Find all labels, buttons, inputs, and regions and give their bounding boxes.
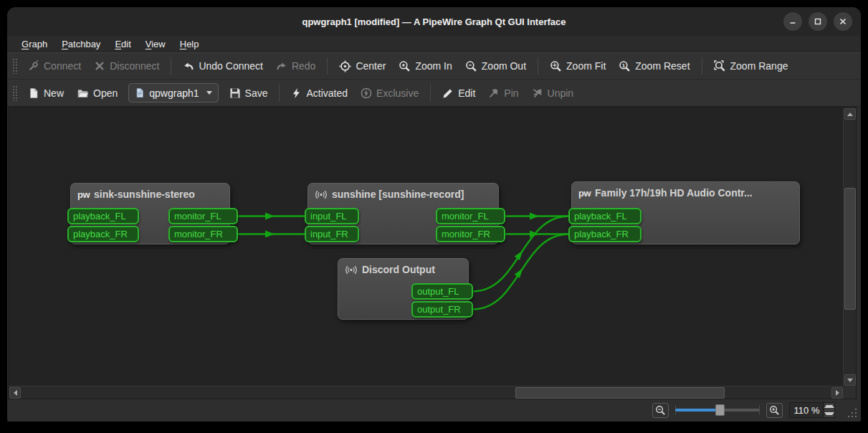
maximize-button[interactable] bbox=[809, 12, 827, 31]
toolbar-file: New Open qpwgraph1 Save Activated Exclus… bbox=[7, 80, 861, 107]
port-input-fl[interactable]: input_FL bbox=[305, 208, 359, 224]
qpwgraph-window: qpwgraph1 [modified] — A PipeWire Graph … bbox=[7, 7, 861, 422]
zoom-in-icon bbox=[769, 405, 780, 416]
port-input-fr[interactable]: input_FR bbox=[305, 226, 359, 242]
zoom-reset-label: Zoom Reset bbox=[635, 60, 690, 72]
open-button[interactable]: Open bbox=[70, 82, 124, 104]
wire-arrow-icon bbox=[515, 249, 526, 261]
menu-view[interactable]: View bbox=[138, 37, 173, 52]
zoom-fit-button[interactable]: Zoom Fit bbox=[543, 55, 612, 77]
titlebar[interactable]: qpwgraph1 [modified] — A PipeWire Graph … bbox=[7, 7, 861, 36]
port-playback-fl[interactable]: playback_FL bbox=[568, 208, 642, 224]
close-icon bbox=[839, 17, 847, 26]
zoom-reset-icon: 1 bbox=[619, 60, 631, 72]
open-label: Open bbox=[93, 87, 118, 99]
zoom-out-small-button[interactable] bbox=[652, 403, 669, 418]
port-playback-fr[interactable]: playback_FR bbox=[568, 226, 642, 242]
port-output-fr[interactable]: output_FR bbox=[411, 301, 473, 318]
node-title: Family 17h/19h HD Audio Contr... bbox=[595, 187, 753, 199]
scroll-down-button[interactable] bbox=[844, 374, 856, 386]
window-resize-grip[interactable] bbox=[848, 409, 858, 419]
wire-arrow-icon bbox=[265, 231, 275, 238]
triangle-down-icon bbox=[824, 412, 834, 415]
pipewire-icon: pw bbox=[578, 188, 591, 199]
disconnect-button[interactable]: Disconnect bbox=[87, 55, 166, 77]
zoom-slider-handle[interactable] bbox=[715, 404, 725, 416]
scroll-up-button[interactable] bbox=[844, 108, 856, 120]
zoom-reset-button[interactable]: 1 Zoom Reset bbox=[612, 55, 696, 77]
zoom-fit-label: Zoom Fit bbox=[566, 60, 606, 72]
toolbar-drag-handle[interactable] bbox=[12, 58, 17, 74]
unpin-label: Unpin bbox=[548, 87, 574, 99]
unpin-button[interactable]: Unpin bbox=[525, 82, 581, 104]
activated-button[interactable]: Activated bbox=[285, 82, 354, 104]
menu-help[interactable]: Help bbox=[173, 37, 206, 52]
stream-icon bbox=[315, 189, 328, 200]
disconnect-icon bbox=[94, 60, 105, 72]
port-playback-fr[interactable]: playback_FR bbox=[67, 226, 139, 242]
port-output-fl[interactable]: output_FL bbox=[411, 283, 473, 300]
toolbar-drag-handle[interactable] bbox=[12, 85, 17, 101]
zoom-out-icon bbox=[655, 405, 666, 416]
port-monitor-fr[interactable]: monitor_FR bbox=[436, 226, 505, 242]
port-monitor-fl[interactable]: monitor_FL bbox=[168, 208, 238, 224]
vertical-scrollbar[interactable] bbox=[843, 108, 856, 386]
graph-canvas[interactable]: pw sink-sunshine-stereo playback_FL play… bbox=[9, 108, 844, 386]
triangle-left-icon bbox=[14, 390, 17, 396]
stream-icon bbox=[345, 265, 358, 275]
port-playback-fl[interactable]: playback_FL bbox=[67, 208, 139, 224]
menu-patchbay[interactable]: Patchbay bbox=[54, 37, 108, 52]
zoom-slider[interactable] bbox=[675, 404, 760, 417]
node-header: pw Family 17h/19h HD Audio Contr... bbox=[572, 182, 799, 204]
zoom-spinbox[interactable]: 110 % bbox=[789, 402, 835, 418]
center-button[interactable]: Center bbox=[333, 55, 392, 77]
exclusive-button[interactable]: Exclusive bbox=[354, 82, 425, 104]
close-button[interactable] bbox=[834, 12, 852, 31]
patchbay-session-combobox[interactable]: qpwgraph1 bbox=[128, 83, 218, 103]
zoom-slider-track-filled bbox=[675, 409, 720, 411]
new-label: New bbox=[44, 87, 64, 99]
node-title: sink-sunshine-stereo bbox=[94, 189, 195, 200]
horizontal-scrollbar-thumb[interactable] bbox=[515, 387, 725, 399]
triangle-right-icon bbox=[836, 390, 839, 396]
menu-graph[interactable]: Graph bbox=[14, 37, 54, 52]
new-file-icon bbox=[28, 87, 39, 99]
exclusive-bolt-icon bbox=[361, 87, 372, 99]
zoom-fit-icon bbox=[550, 60, 562, 72]
toolbar-separator bbox=[279, 85, 280, 102]
exclusive-label: Exclusive bbox=[376, 87, 419, 99]
zoom-out-button[interactable]: Zoom Out bbox=[459, 55, 533, 77]
wire-arrow-icon bbox=[265, 213, 275, 220]
zoom-in-label: Zoom In bbox=[415, 60, 452, 72]
port-monitor-fl[interactable]: monitor_FL bbox=[436, 208, 505, 224]
redo-button[interactable]: Redo bbox=[270, 55, 322, 77]
zoom-out-icon bbox=[465, 60, 477, 72]
spin-down-button[interactable] bbox=[824, 410, 834, 417]
center-icon bbox=[339, 60, 351, 72]
screen: qpwgraph1 [modified] — A PipeWire Graph … bbox=[0, 0, 868, 433]
toolbar-separator bbox=[702, 57, 702, 75]
zoom-in-small-button[interactable] bbox=[766, 403, 783, 418]
scroll-right-button[interactable] bbox=[831, 387, 843, 399]
zoom-in-button[interactable]: Zoom In bbox=[392, 55, 458, 77]
connection-wire bbox=[473, 234, 568, 310]
wire-arrow-icon bbox=[530, 213, 539, 220]
save-button[interactable]: Save bbox=[223, 82, 275, 104]
pin-button[interactable]: Pin bbox=[482, 82, 525, 104]
maximize-icon bbox=[814, 17, 822, 26]
undo-connect-button[interactable]: Undo Connect bbox=[176, 55, 270, 77]
new-button[interactable]: New bbox=[22, 82, 70, 104]
spin-up-button[interactable] bbox=[824, 403, 834, 410]
zoom-range-button[interactable]: Zoom Range bbox=[707, 55, 795, 77]
port-monitor-fr[interactable]: monitor_FR bbox=[168, 226, 238, 242]
toolbar-separator bbox=[430, 85, 431, 102]
vertical-scrollbar-thumb[interactable] bbox=[844, 188, 856, 310]
horizontal-scrollbar[interactable] bbox=[9, 386, 844, 399]
scroll-left-button[interactable] bbox=[9, 387, 21, 399]
menu-edit[interactable]: Edit bbox=[108, 37, 138, 52]
connect-button[interactable]: Connect bbox=[22, 55, 87, 77]
toolbar-separator bbox=[538, 57, 538, 75]
window-title: qpwgraph1 [modified] — A PipeWire Graph … bbox=[7, 7, 861, 36]
edit-button[interactable]: Edit bbox=[436, 82, 482, 104]
minimize-button[interactable] bbox=[783, 12, 802, 31]
